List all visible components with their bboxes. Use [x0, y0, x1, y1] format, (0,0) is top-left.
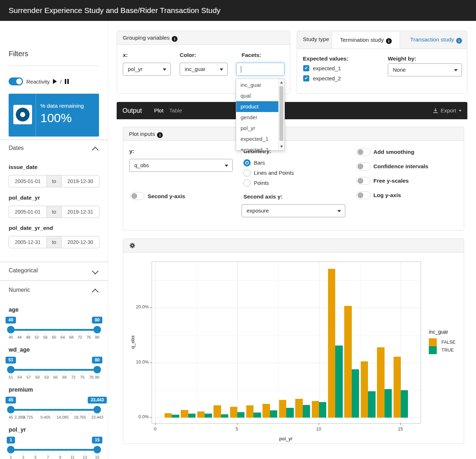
scroll-up-icon[interactable]: [280, 81, 283, 84]
date-to-input[interactable]: 2019-12-31: [61, 206, 99, 218]
slider-tick-label: 76: [86, 335, 91, 339]
chevron-down-icon[interactable]: [92, 268, 98, 274]
tab-transaction-study[interactable]: Transaction studyi: [404, 31, 468, 49]
reactivity-toggle[interactable]: [9, 77, 23, 85]
slider-to-badge[interactable]: 80: [92, 357, 102, 364]
facets-option-gender[interactable]: gender: [236, 112, 284, 123]
bar-true-polyr-12: [352, 369, 359, 418]
section-numeric[interactable]: Numeric: [9, 287, 30, 293]
slider-track[interactable]: [11, 449, 97, 451]
slider-from-badge[interactable]: 40: [5, 317, 16, 324]
slider-tick-mark: [89, 333, 89, 334]
x-axis-tick-label: 0: [147, 427, 163, 432]
bar-false-polyr-15: [394, 357, 401, 418]
tab-table[interactable]: Table: [169, 102, 182, 119]
date-to-input[interactable]: 2020-12-30: [61, 236, 99, 248]
section-dates[interactable]: Dates: [9, 145, 24, 151]
info-icon[interactable]: i: [157, 132, 163, 138]
bar-false-polyr-7: [262, 404, 270, 418]
export-button[interactable]: Export: [433, 102, 462, 119]
toggle-label: Free y-scales: [373, 178, 409, 184]
toggle-label: Log y-axis: [373, 192, 401, 199]
tab-termination-study[interactable]: Termination studyi: [332, 31, 400, 49]
slider-from-badge[interactable]: 45: [5, 397, 16, 404]
x-axis-tick-label: 5: [229, 427, 245, 432]
slider-track[interactable]: [11, 329, 97, 331]
chevron-up-icon[interactable]: [92, 147, 98, 153]
facets-option-inc_guar[interactable]: inc_guar: [236, 80, 284, 90]
date-from-input[interactable]: 2005-12-31: [9, 236, 47, 248]
date-from-input[interactable]: 2005-01-01: [9, 175, 47, 187]
slider-tick-label: 44: [17, 335, 22, 339]
facets-option-pol_yr[interactable]: pol_yr: [236, 123, 284, 134]
facets-input[interactable]: [236, 63, 284, 76]
bar-false-polyr-4: [214, 405, 221, 418]
info-icon[interactable]: i: [172, 36, 178, 42]
radio-label: Bars: [254, 160, 265, 166]
slider-to-badge[interactable]: 80: [92, 317, 102, 324]
scrollbar-thumb[interactable]: [279, 86, 283, 141]
facets-option-expected_2[interactable]: expected_2: [236, 144, 284, 151]
checkbox-checked-icon[interactable]: ✔: [303, 75, 309, 81]
info-icon[interactable]: i: [386, 38, 392, 44]
toggle-log-y-axis[interactable]: [356, 191, 371, 199]
x-axis-tick-label: 10: [311, 427, 327, 432]
plot-area: [152, 262, 421, 424]
slider-to-badge[interactable]: 15: [92, 437, 102, 444]
geometry-radio-bars[interactable]: [243, 159, 251, 166]
slider-tick-label: 64: [60, 335, 65, 339]
legend-label-false: FALSE: [441, 340, 455, 345]
expected-checkbox-row[interactable]: ✔expected_2: [303, 75, 341, 81]
divider: [9, 66, 99, 66]
info-icon[interactable]: i: [456, 38, 462, 44]
slider-tick-mark: [82, 373, 82, 374]
slider-tick-label: 68: [69, 335, 73, 339]
toggle-label: Add smoothing: [373, 149, 414, 155]
gridline-major: [152, 418, 421, 418]
toggle-confidence-intervals[interactable]: [356, 162, 371, 170]
slider-name: premium: [9, 387, 33, 393]
slider-from-badge[interactable]: 51: [5, 357, 16, 364]
facets-option-product[interactable]: product: [236, 101, 284, 112]
color-select[interactable]: inc_guar: [180, 63, 228, 76]
weight-by-select[interactable]: None: [388, 63, 462, 76]
slider-tick-mark: [71, 333, 72, 334]
divider: [36, 94, 36, 137]
slider-track[interactable]: [11, 369, 97, 371]
slider-tick-label: 13: [83, 455, 87, 459]
second-y-axis-toggle[interactable]: [130, 192, 144, 200]
bar-false-polyr-6: [246, 405, 253, 418]
date-from-input[interactable]: 2005-01-01: [9, 206, 47, 218]
value-box-label: % data remaining: [40, 103, 84, 109]
y-select[interactable]: q_obs: [129, 159, 233, 172]
slider-tick-mark: [64, 373, 65, 374]
second-axis-y-select[interactable]: exposure: [242, 204, 345, 217]
tab-plot[interactable]: Plot: [154, 102, 163, 119]
slider-track[interactable]: [11, 409, 97, 411]
dropdown-scrollbar[interactable]: [278, 79, 284, 150]
date-to-input[interactable]: 2019-12-30: [61, 175, 99, 187]
section-categorical[interactable]: Categorical: [9, 267, 38, 274]
geometry-radio-lines-and-points[interactable]: [243, 169, 251, 177]
date-range-separator: to: [47, 175, 61, 187]
x-select[interactable]: pol_yr: [123, 63, 171, 76]
slider-tick-label: 54: [18, 375, 22, 379]
toggle-free-y-scales[interactable]: [356, 177, 371, 185]
facets-option-expected_1[interactable]: expected_1: [236, 134, 284, 144]
expected-checkbox-row[interactable]: ✔expected_1: [303, 65, 341, 71]
date-filter-name: pol_date_yr_end: [9, 225, 53, 231]
facets-option-qual[interactable]: qual: [236, 90, 284, 101]
second-y-axis-label: Second y-axis: [148, 193, 185, 200]
chevron-up-icon[interactable]: [92, 289, 98, 295]
scroll-down-icon[interactable]: [280, 146, 283, 148]
geometry-radio-points[interactable]: [243, 179, 251, 187]
grouping-panel-header: Grouping variablesi: [117, 31, 290, 45]
gear-icon[interactable]: [129, 242, 136, 249]
slider-to-badge[interactable]: 23,443: [88, 397, 107, 404]
slider-tick-label: 69: [62, 375, 67, 379]
chart-body: 0.0%10.0%20.0%051015pol_yrq_obs inc_guar…: [123, 253, 464, 444]
toggle-add-smoothing[interactable]: [356, 148, 371, 156]
checkbox-checked-icon[interactable]: ✔: [303, 65, 309, 71]
slider-from-badge[interactable]: 1: [7, 437, 15, 444]
slider-tick-label: 15: [95, 455, 99, 459]
